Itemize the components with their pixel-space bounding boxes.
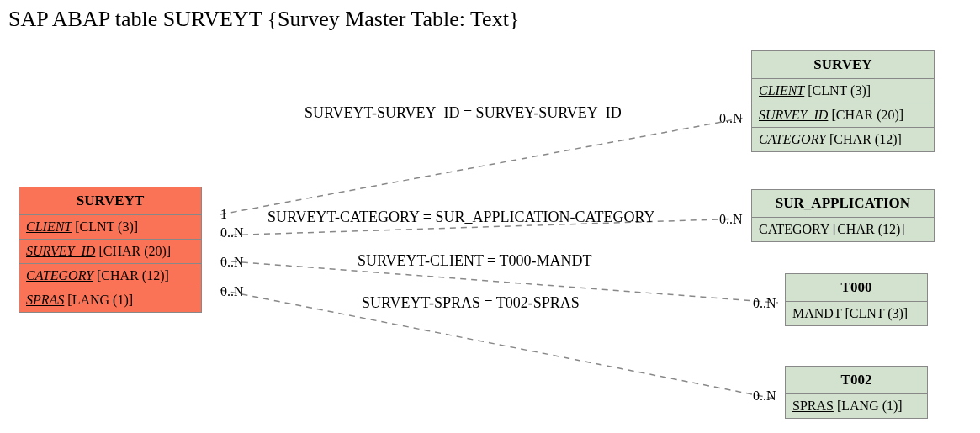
entity-row: CATEGORY [CHAR (12)]: [752, 128, 934, 151]
cardinality-right: 0..N: [719, 212, 743, 227]
entity-row: CATEGORY [CHAR (12)]: [752, 218, 934, 241]
entity-row: CATEGORY [CHAR (12)]: [19, 264, 201, 288]
cardinality-right: 0..N: [753, 388, 776, 404]
cardinality-left: 0..N: [220, 225, 244, 240]
cardinality-right: 0..N: [753, 296, 776, 311]
entity-row: SPRAS [LANG (1)]: [19, 288, 201, 312]
cardinality-right: 0..N: [719, 111, 743, 126]
entity-row: CLIENT [CLNT (3)]: [752, 79, 934, 103]
relation-label: SURVEYT-SURVEY_ID = SURVEY-SURVEY_ID: [305, 104, 622, 122]
entity-row: SURVEY_ID [CHAR (20)]: [752, 103, 934, 128]
entity-sur-application-header: SUR_APPLICATION: [752, 190, 934, 218]
entity-t000: T000 MANDT [CLNT (3)]: [785, 273, 928, 326]
entity-t000-header: T000: [786, 274, 927, 302]
svg-line-0: [220, 118, 744, 214]
entity-surveyt-header: SURVEYT: [19, 187, 201, 215]
relation-label: SURVEYT-CATEGORY = SUR_APPLICATION-CATEG…: [268, 209, 654, 226]
entity-survey: SURVEY CLIENT [CLNT (3)] SURVEY_ID [CHAR…: [751, 50, 935, 152]
relation-label: SURVEYT-SPRAS = T002-SPRAS: [362, 294, 580, 312]
entity-row: CLIENT [CLNT (3)]: [19, 215, 201, 240]
entity-row: MANDT [CLNT (3)]: [786, 302, 927, 325]
entity-t002-header: T002: [786, 367, 927, 394]
entity-surveyt: SURVEYT CLIENT [CLNT (3)] SURVEY_ID [CHA…: [19, 187, 202, 313]
cardinality-left: 0..N: [220, 284, 244, 299]
page-title: SAP ABAP table SURVEYT {Survey Master Ta…: [8, 7, 519, 32]
relation-label: SURVEYT-CLIENT = T000-MANDT: [358, 252, 591, 270]
entity-t002: T002 SPRAS [LANG (1)]: [785, 366, 928, 419]
entity-sur-application: SUR_APPLICATION CATEGORY [CHAR (12)]: [751, 189, 935, 242]
cardinality-left: 1: [220, 207, 227, 222]
entity-row: SURVEY_ID [CHAR (20)]: [19, 240, 201, 264]
entity-row: SPRAS [LANG (1)]: [786, 394, 927, 418]
entity-survey-header: SURVEY: [752, 51, 934, 79]
cardinality-left: 0..N: [220, 255, 244, 270]
